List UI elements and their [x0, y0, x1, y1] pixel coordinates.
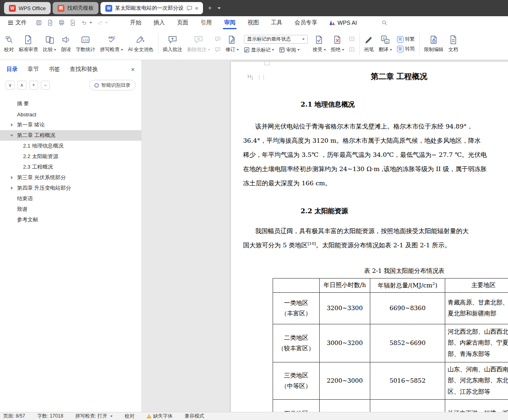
paragraph-line: 该并网光伏电站位于青海省格尔木市某戈壁滩上。格尔木市位于东经 94.89°， [255, 122, 473, 131]
document-tools-icon [448, 35, 458, 45]
tab-wps-home[interactable]: W WPS Office [4, 2, 51, 14]
spell-check-button[interactable]: ABC 拼写检查 [98, 31, 126, 57]
tab-home[interactable]: 开始 [124, 16, 147, 29]
show-markup-button[interactable]: 显示标记 [244, 47, 274, 54]
compare-button[interactable]: 比较 [41, 31, 59, 57]
tab-document-active[interactable]: W 某太阳能发电站的一次部分设 [100, 2, 203, 14]
table-header-hours: 年日照小时数/h [320, 279, 370, 293]
previous-comment-icon [215, 36, 221, 42]
next-comment-button[interactable] [214, 46, 222, 53]
standard-review-button[interactable]: 标准审查 [16, 31, 41, 57]
missing-font-warning[interactable]: 缺失字体 [147, 413, 173, 420]
tab-page[interactable]: 页面 [171, 16, 194, 29]
tab-reference[interactable]: 引用 [194, 16, 218, 29]
tab-view[interactable]: 视图 [241, 16, 265, 29]
sidebar-tab-chapters[interactable]: 章节 [28, 66, 39, 73]
wps-ai-button[interactable]: WPS AI [323, 19, 363, 26]
tab-list-button[interactable] [215, 7, 224, 9]
outline-item-2-2[interactable]: 2.2 太阳能资源 [0, 151, 141, 162]
outline-item-chapter4[interactable]: 第四章 升压变电站部分 [0, 183, 141, 193]
translate-button[interactable]: 文A 翻译 [376, 31, 395, 57]
outline-item-chapter3[interactable]: 第三章 光伏系统部分 [0, 172, 141, 183]
ai-polish-button[interactable]: AI 全文润色 [126, 31, 156, 57]
outline-item-abstract-en[interactable]: Abstract [0, 109, 141, 120]
tab-docer-label: 找稻壳模板 [67, 4, 94, 12]
expand-all-button[interactable]: ∧ [17, 81, 26, 90]
previous-comment-button[interactable] [214, 35, 222, 43]
smart-recognize-toc-button[interactable]: 智能识别目录 [89, 80, 136, 90]
sidebar-tab-bookmarks[interactable]: 书签 [49, 66, 60, 73]
markup-state-select[interactable]: 显示标记的最终状态 [244, 35, 308, 44]
tab-tools[interactable]: 工具 [265, 16, 288, 29]
cell-region: 二类地区 （较丰富区） [273, 324, 320, 362]
chevron-down-icon[interactable] [10, 135, 13, 137]
review-panel-button[interactable]: 审阅 [279, 47, 300, 54]
cell-areas: 河北西北部、山西西北部、内蒙古南部、宁夏南部、青海东部等 [445, 324, 508, 362]
outline-item-chapter1[interactable]: 第一章 绪论 [0, 120, 141, 130]
delete-comment-button[interactable]: 删除批注 [185, 31, 213, 57]
word-count-indicator[interactable]: 字数: 17018 [37, 413, 63, 420]
next-revision-button[interactable] [348, 46, 356, 53]
read-aloud-button[interactable]: 朗读 [59, 31, 73, 57]
sidebar-close-button[interactable]: × [131, 66, 135, 73]
table-row: 四类地区 （可利用区） 1400~2200 4180~5016 长江中下游、福建… [273, 399, 508, 412]
outline-item-abstract-cn[interactable]: 摘 要 [0, 99, 141, 109]
demote-button[interactable]: − [41, 81, 50, 90]
paragraph-line: 我国幅员辽阔，具有极其丰富的太阳能资源，按照地面接受太阳能辐射量的大 [255, 227, 469, 236]
outline-item-2-3[interactable]: 2.3 工程概况 [0, 162, 141, 172]
print-button[interactable] [56, 19, 67, 26]
convert-group: 简 转繁 繁 转简 [395, 36, 417, 52]
collapse-all-button[interactable]: ∨ [6, 81, 15, 90]
page-indicator[interactable]: 页面: 8/57 [3, 413, 25, 420]
proofread-status[interactable]: 校对 [125, 413, 134, 420]
ai-sparkle-icon [94, 83, 99, 88]
comment-bubble-icon[interactable] [186, 5, 192, 11]
document-canvas[interactable]: H1 ⋮⋮ 第二章 工程概况 2.1 地理信息概况 该并网光伏电站位于青海省格尔… [142, 60, 508, 412]
chevron-right-icon[interactable] [11, 176, 13, 179]
compat-mode-indicator[interactable]: 兼容模式 [185, 413, 204, 420]
export-pdf-button[interactable] [67, 19, 79, 26]
tab-review[interactable]: 审阅 [218, 16, 241, 29]
outline-item-chapter2[interactable]: 第二章 工程概况 [0, 130, 141, 141]
accept-button[interactable]: 接受 [310, 31, 329, 57]
brush-button[interactable]: 画笔 [362, 31, 376, 57]
tab-insert[interactable]: 插入 [147, 16, 171, 29]
promote-button[interactable]: + [29, 81, 38, 90]
tab-document-label: 某太阳能发电站的一次部分设 [115, 4, 184, 12]
page-margin-marker [265, 62, 270, 65]
insert-comment-button[interactable]: 插入批注 [160, 31, 185, 57]
outline-item-conclusion[interactable]: 结束语 [0, 193, 141, 204]
ribbon-separator [359, 33, 360, 55]
redo-button[interactable] [94, 19, 110, 26]
paragraph-line: 36.4°，平均海拔高度为 3120 m。格尔木市属于大陆高原气候，地处多风地区… [243, 137, 481, 145]
outline-item-2-1[interactable]: 2.1 地理信息概况 [0, 141, 141, 151]
table-header-radiation: 年辐射总量/(MJ/cm2) [370, 279, 445, 293]
reject-button[interactable]: 拒绝 [329, 31, 347, 57]
solar-distribution-table: 年日照小时数/h 年辐射总量/(MJ/cm2) 主要地区 一类地区 （丰富区） … [273, 278, 508, 412]
tab-docer-templates[interactable]: 稻 找稻壳模板 [53, 2, 98, 14]
to-traditional-button[interactable]: 简 转繁 [397, 36, 415, 43]
undo-button[interactable] [79, 19, 94, 26]
print-preview-button[interactable] [45, 19, 56, 26]
document-page[interactable]: H1 ⋮⋮ 第二章 工程概况 2.1 地理信息概况 该并网光伏电站位于青海省格尔… [231, 62, 508, 412]
chevron-right-icon[interactable] [11, 123, 13, 126]
outline-item-references[interactable]: 参考文献 [0, 214, 141, 225]
to-simplified-button[interactable]: 繁 转简 [397, 45, 415, 52]
search-button[interactable] [381, 19, 388, 26]
sidebar-tab-find-replace[interactable]: 查找和替换 [70, 66, 98, 73]
spellcheck-toggle[interactable]: 拼写检查: 打开 [75, 413, 113, 420]
sidebar-tab-toc[interactable]: 目录 [6, 66, 18, 73]
file-menu-button[interactable]: 文件 [4, 19, 31, 26]
new-tab-button[interactable]: + [205, 4, 215, 12]
reject-icon [333, 35, 342, 45]
outline-item-acknowledgement[interactable]: 致谢 [0, 204, 141, 214]
revision-button[interactable]: 修订 [223, 31, 241, 57]
tab-member[interactable]: 会员专享 [288, 16, 323, 29]
restrict-edit-button[interactable]: 限制编辑 [422, 31, 446, 57]
document-tools-button-clipped[interactable]: 文档 [446, 31, 461, 57]
chevron-right-icon[interactable] [11, 186, 13, 190]
word-count-button[interactable]: 123 字数统计 [73, 31, 98, 57]
previous-revision-button[interactable] [348, 35, 356, 43]
proofread-button[interactable]: 校对 [2, 31, 16, 57]
save-button[interactable] [33, 19, 45, 26]
